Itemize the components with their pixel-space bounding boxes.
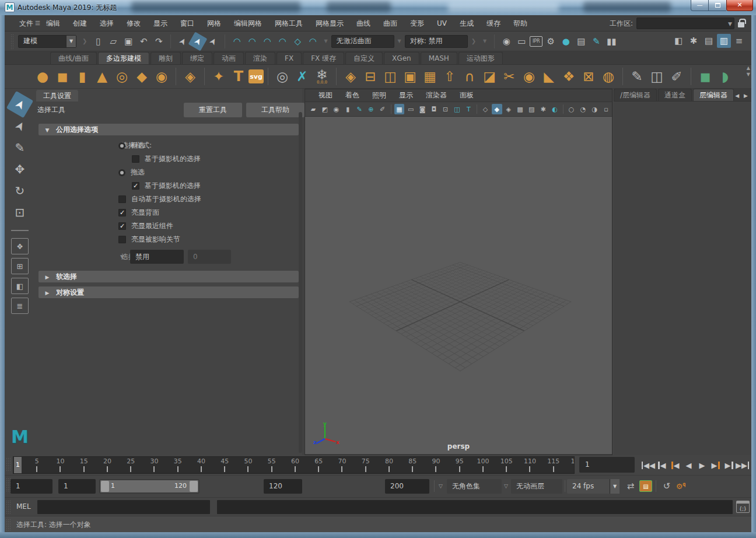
film-gate-icon[interactable]: ▭ [405, 104, 416, 114]
use-all-lights-icon[interactable]: ✱ [538, 104, 548, 114]
snap-to-point-icon[interactable]: ◠ [260, 34, 274, 48]
poly-cone-icon[interactable]: ▲ [93, 67, 111, 86]
scrollbar[interactable] [299, 112, 302, 453]
auto-key-film-icon[interactable]: ▤ [639, 480, 652, 492]
chevron-down-icon[interactable]: ▼ [324, 39, 327, 44]
panel-menu-着色[interactable]: 着色 [339, 90, 366, 100]
scroll-up-icon[interactable]: ▲ [747, 65, 750, 71]
sculpt-tool-icon[interactable]: ◼ [696, 67, 715, 86]
command-line-grip[interactable] [6, 500, 10, 514]
animation-layer-field[interactable]: 无动画层 [511, 479, 562, 494]
common-selection-options-header[interactable]: ▼公用选择选项 [38, 124, 299, 135]
menu-UV[interactable]: UV [430, 15, 453, 32]
marquee-radio[interactable] [118, 142, 125, 149]
panel-menu-照明[interactable]: 照明 [366, 90, 393, 100]
step-forward-key-button[interactable]: ▶ [709, 457, 722, 473]
step-back-frame-button[interactable]: ◀ [655, 457, 668, 473]
playback-loop-icon[interactable]: ⇄ [624, 480, 637, 492]
shelf-tab-运动图形[interactable]: 运动图形 [459, 52, 503, 64]
freeze-transformations-icon[interactable]: ❄0,0,0 [313, 67, 331, 86]
ipr-render-icon[interactable]: IPR [530, 36, 542, 47]
greasepencil-icon[interactable]: ✐ [377, 104, 388, 114]
quadrangulate-icon[interactable]: ❖ [559, 67, 578, 86]
undo-icon[interactable]: ↶ [136, 34, 150, 48]
render-view-icon[interactable]: ◉ [499, 34, 513, 48]
render-settings-icon[interactable]: ⚙ [544, 34, 558, 48]
chevron-down-icon[interactable]: ▼ [120, 254, 124, 260]
attribute-editor-icon[interactable]: ◧ [671, 34, 685, 48]
grid-icon[interactable]: ▦ [394, 104, 405, 114]
command-result-field[interactable] [217, 500, 733, 514]
toolbar-grip[interactable] [10, 34, 15, 49]
close-button[interactable]: ✕ [726, 0, 753, 11]
pause-viewport-icon[interactable]: ▮▮ [604, 34, 618, 48]
select-component-icon[interactable]: ➤ [204, 32, 223, 51]
camera-attributes-icon[interactable]: ◉ [331, 104, 342, 114]
layout-single-pane-icon[interactable]: ❖ [11, 238, 29, 254]
menu-修改[interactable]: 修改 [120, 15, 147, 32]
animation-start-field[interactable]: 1 [10, 479, 52, 494]
scroll-down-icon[interactable]: ▼ [747, 72, 750, 77]
layout-outliner-persp-icon[interactable]: ≣ [11, 298, 29, 314]
safe-action-icon[interactable]: ◫ [452, 104, 463, 114]
shelf-tab-曲线/曲面[interactable]: 曲线/曲面 [50, 52, 97, 64]
camera-based-select-checkbox-marquee[interactable] [132, 155, 139, 163]
wireframe-icon[interactable]: ◇ [480, 104, 491, 114]
resolution-gate-icon[interactable]: ◙ [417, 104, 428, 114]
toolbar-group-divider[interactable]: ❯ [82, 38, 87, 44]
svg-tool-icon[interactable]: svg [249, 69, 264, 83]
lasso-tool-icon[interactable]: ➤ [6, 113, 33, 139]
paint-selection-tool-icon[interactable]: ✎ [10, 138, 30, 158]
lock-workspace-icon[interactable] [738, 22, 744, 27]
lock-camera-icon[interactable]: ◩ [320, 104, 330, 114]
select-tool-icon[interactable]: ➤ [6, 91, 33, 118]
fill-hole-icon[interactable]: ▣ [401, 67, 419, 86]
tab-层编辑器[interactable]: /层编辑器 [614, 89, 657, 101]
play-forward-button[interactable]: ▶ [695, 457, 709, 473]
range-start-handle[interactable] [101, 481, 109, 492]
animation-preferences-icon[interactable]: ⚙𐞥 [674, 480, 687, 492]
wireframe-on-shaded-icon[interactable]: ◈ [503, 104, 514, 114]
safe-title-icon[interactable]: T [463, 104, 474, 114]
rotate-tool-icon[interactable]: ↻ [10, 181, 30, 201]
separate-icon[interactable]: ⊟ [361, 67, 380, 86]
render-setup-icon[interactable]: ▤ [574, 34, 588, 48]
toolbar-group-divider[interactable]: ❯ [471, 38, 476, 44]
character-set-field[interactable]: 无角色集 [447, 479, 502, 494]
poly-torus-icon[interactable]: ◎ [113, 67, 131, 86]
mirror-icon[interactable]: ◫ [381, 67, 400, 86]
select-camera-icon[interactable]: ▰ [308, 104, 318, 114]
drag-radio[interactable] [118, 169, 125, 176]
menu-编辑网格[interactable]: 编辑网格 [228, 15, 268, 32]
shelf-tab-绑定[interactable]: 绑定 [182, 52, 212, 64]
triangulate-icon[interactable]: ◣ [540, 67, 558, 86]
channel-box-icon[interactable]: ▤ [702, 34, 716, 48]
command-input-field[interactable] [37, 500, 210, 514]
menu-创建[interactable]: 创建 [66, 15, 93, 32]
smooth-shade-icon[interactable]: ◆ [492, 104, 502, 114]
scale-tool-icon[interactable]: ⊡ [10, 202, 30, 222]
shelf-tab-MASH[interactable]: MASH [421, 52, 457, 64]
grid-fill-icon[interactable]: ▦ [421, 67, 439, 86]
viewport-canvas[interactable]: y x z persp [305, 117, 612, 454]
combine-icon[interactable]: ◈ [341, 67, 360, 86]
highlight-backfaces-checkbox[interactable]: ✓ [118, 209, 126, 216]
layout-two-panes-icon[interactable]: ◧ [11, 278, 29, 294]
open-scene-icon[interactable]: ▱ [106, 34, 120, 48]
type-tool-icon[interactable]: T [229, 67, 248, 86]
auto-camera-based-select-checkbox[interactable] [118, 195, 126, 203]
textured-icon[interactable]: ▩ [515, 104, 526, 114]
shelf-tab-自定义[interactable]: 自定义 [345, 52, 383, 64]
tab-通道盒[interactable]: 通道盒 [658, 89, 692, 101]
poly-disc-icon[interactable]: ◉ [152, 67, 171, 86]
redo-icon[interactable]: ↷ [152, 34, 166, 48]
time-sync-icon[interactable]: ↺ [660, 480, 673, 492]
symmetry-field[interactable]: 对称: 禁用 [405, 35, 468, 48]
menu-选择[interactable]: 选择 [93, 15, 120, 32]
titlebar[interactable]: M Autodesk Maya 2019: 无标题 — ✕ [0, 0, 756, 15]
menu-缓存[interactable]: 缓存 [480, 15, 507, 32]
range-slider[interactable]: 1 120 [99, 479, 200, 494]
snap-to-curve-icon[interactable]: ◠ [245, 34, 259, 48]
go-to-end-button[interactable]: ▶▶ [736, 457, 749, 473]
current-frame-indicator[interactable]: 1 [14, 457, 22, 473]
